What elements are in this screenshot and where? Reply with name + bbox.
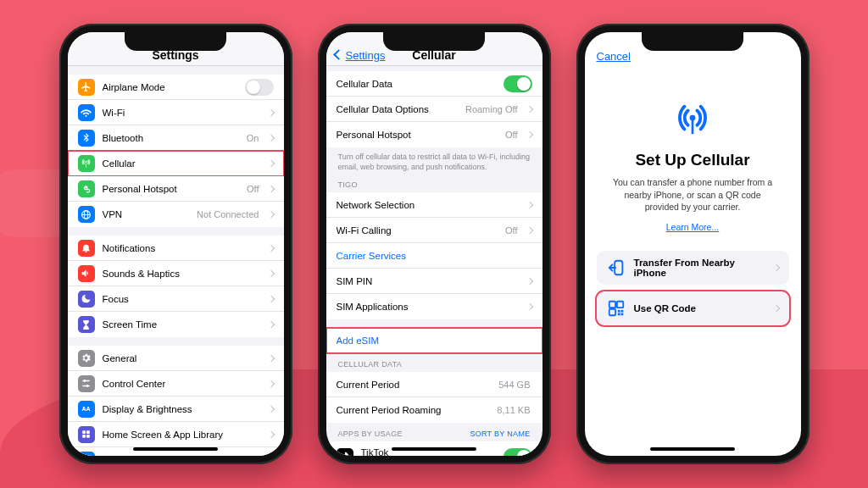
airplane-toggle[interactable]	[245, 79, 274, 96]
hotspot-icon	[78, 180, 95, 197]
chevron-right-icon	[267, 244, 274, 251]
antenna-icon	[673, 100, 712, 139]
phone-2: Settings Cellular Cellular Data Cellular…	[318, 24, 551, 464]
app-toggle[interactable]	[504, 448, 532, 456]
chevron-right-icon	[772, 264, 779, 271]
vpn-icon	[78, 206, 95, 223]
airplane-icon	[78, 79, 95, 96]
cellular-data-toggle[interactable]	[504, 75, 532, 92]
group-header-data-usage: CELLULAR DATA	[326, 353, 542, 372]
chevron-right-icon	[526, 131, 532, 138]
chevron-right-icon	[267, 108, 274, 115]
row-cellular-data-options[interactable]: Cellular Data Options Roaming Off	[326, 97, 542, 122]
row-display[interactable]: AA Display & Brightness	[68, 396, 284, 422]
row-label: Airplane Mode	[103, 82, 237, 92]
chevron-right-icon	[526, 227, 532, 234]
chevron-right-icon	[267, 380, 274, 386]
svg-rect-10	[82, 435, 86, 438]
row-personal-hotspot[interactable]: Personal Hotspot Off	[326, 122, 542, 147]
svg-rect-17	[616, 302, 622, 308]
home-indicator	[392, 447, 476, 451]
svg-point-6	[86, 385, 89, 387]
row-label: Current Period Roaming	[337, 405, 490, 415]
chevron-right-icon	[267, 185, 274, 191]
row-detail: Off	[505, 225, 517, 236]
row-general[interactable]: General	[68, 346, 284, 371]
row-label: Personal Hotspot	[103, 184, 240, 194]
svg-rect-9	[86, 430, 90, 434]
row-cellular[interactable]: Cellular	[68, 151, 284, 176]
row-personal-hotspot[interactable]: Personal Hotspot Off	[68, 176, 284, 202]
row-screen-time[interactable]: Screen Time	[68, 312, 284, 337]
sliders-icon	[78, 375, 95, 392]
cancel-button[interactable]: Cancel	[597, 50, 631, 63]
option-use-qr-code[interactable]: Use QR Code	[597, 291, 789, 325]
row-network-selection[interactable]: Network Selection	[326, 192, 542, 218]
screen-setup-cellular: Cancel Set Up Cellular You can transfer …	[585, 32, 801, 456]
chevron-right-icon	[526, 202, 532, 208]
hero-description: You can transfer a phone number from a n…	[607, 176, 779, 214]
svg-rect-14	[692, 119, 694, 134]
row-label: Current Period	[337, 380, 492, 390]
notch	[642, 32, 743, 51]
cellular-icon	[78, 155, 95, 172]
row-airplane-mode[interactable]: Airplane Mode	[68, 75, 284, 100]
row-notifications[interactable]: Notifications	[68, 236, 284, 261]
option-label: Transfer From Nearby iPhone	[634, 258, 765, 278]
hourglass-icon	[78, 316, 95, 333]
chevron-right-icon	[267, 211, 274, 218]
row-cellular-data[interactable]: Cellular Data	[326, 71, 542, 97]
bell-icon	[78, 240, 95, 257]
notch	[383, 32, 485, 51]
chevron-right-icon	[267, 321, 274, 328]
row-home-screen[interactable]: Home Screen & App Library	[68, 422, 284, 447]
row-current-period-roaming[interactable]: Current Period Roaming 8,11 KB	[326, 397, 542, 423]
row-label: Personal Hotspot	[337, 130, 498, 140]
row-control-center[interactable]: Control Center	[68, 371, 284, 396]
chevron-right-icon	[526, 278, 532, 285]
svg-rect-16	[609, 302, 615, 308]
hero-title: Set Up Cellular	[635, 151, 749, 169]
speaker-icon	[78, 265, 95, 282]
row-carrier-services[interactable]: Carrier Services	[326, 243, 542, 269]
row-sim-applications[interactable]: SIM Applications	[326, 294, 542, 319]
home-indicator	[133, 447, 218, 451]
group-esim: Add eSIM	[326, 328, 542, 353]
chevron-right-icon	[267, 134, 274, 141]
row-current-period[interactable]: Current Period 544 GB	[326, 372, 542, 397]
svg-rect-19	[617, 310, 620, 313]
back-button[interactable]: Settings	[335, 49, 386, 62]
row-wifi[interactable]: Wi-Fi	[68, 100, 284, 125]
row-label: Wi-Fi Calling	[337, 225, 498, 236]
chevron-left-icon	[335, 49, 344, 62]
row-detail: Off	[505, 130, 517, 140]
row-label: Screen Time	[103, 319, 261, 330]
option-transfer-nearby[interactable]: Transfer From Nearby iPhone	[597, 251, 789, 285]
row-label: Cellular	[103, 158, 261, 169]
option-label: Use QR Code	[634, 303, 765, 313]
row-sounds[interactable]: Sounds & Haptics	[68, 261, 284, 286]
row-detail: 8,11 KB	[497, 405, 530, 415]
row-sim-pin[interactable]: SIM PIN	[326, 269, 542, 294]
chevron-right-icon	[526, 105, 532, 112]
row-detail: Roaming Off	[465, 104, 518, 114]
row-wifi-calling[interactable]: Wi-Fi Calling Off	[326, 218, 542, 243]
chevron-right-icon	[267, 159, 274, 166]
learn-more-link[interactable]: Learn More...	[666, 222, 719, 232]
sort-button[interactable]: SORT BY NAME	[470, 430, 530, 438]
row-detail: Not Connected	[197, 209, 259, 219]
footnote-cellular: Turn off cellular data to restrict all d…	[326, 147, 542, 174]
chevron-right-icon	[772, 305, 779, 312]
row-add-esim[interactable]: Add eSIM	[326, 328, 542, 353]
row-label: General	[103, 353, 261, 363]
svg-rect-21	[617, 313, 620, 316]
apps-header: APPS BY USAGE	[338, 430, 403, 438]
group-carrier: Network Selection Wi-Fi Calling Off Carr…	[326, 192, 542, 319]
row-label: Focus	[103, 294, 261, 304]
row-focus[interactable]: Focus	[68, 286, 284, 312]
row-label: Bluetooth	[103, 133, 239, 143]
row-vpn[interactable]: VPN Not Connected	[68, 202, 284, 227]
row-bluetooth[interactable]: Bluetooth On	[68, 125, 284, 151]
row-label: Accessibility	[103, 455, 261, 456]
accessibility-icon	[78, 452, 95, 456]
